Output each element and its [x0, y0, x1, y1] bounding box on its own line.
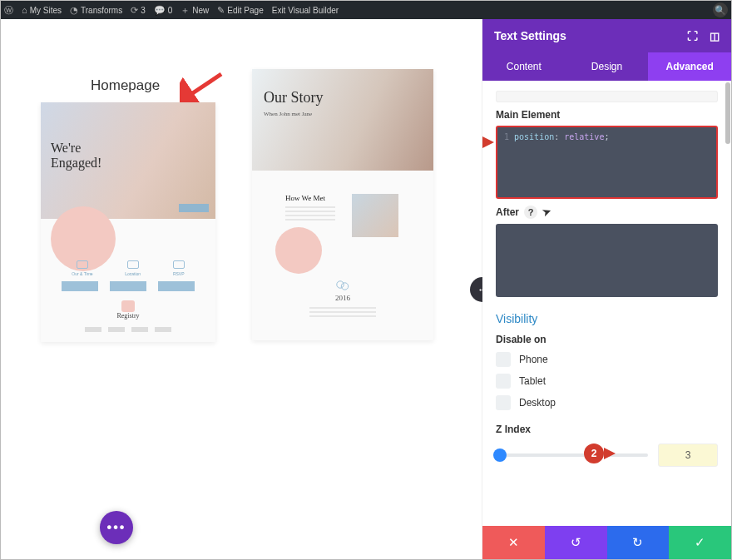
thumb2-year: 2016	[252, 294, 433, 302]
thumb2-howwemet: How We Met	[285, 194, 325, 202]
zindex-slider[interactable]	[496, 453, 648, 457]
dots-icon: •••	[107, 520, 126, 535]
exit-label: Exit Visual Builder	[272, 6, 339, 15]
after-label: After ? ➤	[496, 206, 718, 219]
disable-tablet-label: Tablet	[519, 375, 546, 387]
svg-point-1	[337, 281, 344, 288]
disable-phone-label: Phone	[519, 354, 548, 365]
redo-button[interactable]: ↻	[607, 526, 670, 559]
disable-on-label: Disable on	[496, 334, 718, 345]
comments[interactable]: 💬0	[154, 5, 173, 16]
after-css[interactable]	[496, 224, 718, 297]
disable-desktop-checkbox[interactable]	[496, 395, 511, 410]
updates-count: 3	[141, 6, 146, 15]
zindex-label: Z Index	[496, 424, 718, 435]
check-icon: ✓	[695, 535, 705, 550]
wordpress-icon: ⓦ	[4, 4, 13, 17]
sidebar-actions: ✕ ↺ ↻ ✓	[482, 526, 731, 559]
callout-1: 1	[482, 132, 494, 152]
callout-2: 2	[584, 444, 616, 463]
sidebar-header: Text Settings ⛶ ◫	[482, 19, 731, 52]
my-sites[interactable]: ⌂My Sites	[22, 5, 62, 15]
annotation-arrow	[180, 69, 226, 106]
settings-sidebar: ↔ Text Settings ⛶ ◫ Content Design Advan…	[482, 19, 731, 559]
main-element-css[interactable]: 1 1position: relative;	[496, 126, 718, 199]
home-icon: ⌂	[22, 5, 27, 15]
disable-tablet-checkbox[interactable]	[496, 374, 511, 389]
thumb1-hero-line1: We're	[51, 141, 81, 155]
thumb2-hero-title: Our Story	[264, 89, 324, 107]
transforms[interactable]: ◔Transforms	[70, 5, 122, 16]
thumb1-registry-label: Registry	[41, 312, 215, 320]
tab-advanced[interactable]: Advanced	[648, 52, 731, 81]
line-number: 1	[504, 132, 509, 141]
svg-point-2	[341, 283, 348, 290]
code-val: relative	[564, 132, 604, 141]
thumb1-registry-icon	[121, 300, 135, 312]
thumb1-icon1-label: Our & Time	[72, 271, 92, 276]
tab-content[interactable]: Content	[482, 52, 566, 81]
thumb1-btn1	[62, 281, 98, 291]
refresh-icon: ⟳	[131, 5, 138, 16]
thumb2-photo	[352, 194, 398, 237]
gauge-icon: ◔	[70, 5, 78, 16]
comment-icon: 💬	[154, 5, 166, 16]
cancel-button[interactable]: ✕	[482, 526, 545, 559]
thumb1-btn3	[158, 281, 195, 291]
sidebar-title: Text Settings	[494, 29, 566, 42]
help-icon[interactable]: ?	[524, 206, 537, 219]
thumb1-hero: We're Engaged!	[41, 102, 215, 219]
redo-icon: ↻	[632, 535, 643, 550]
search-icon: 🔍	[715, 5, 726, 16]
undo-button[interactable]: ↺	[545, 526, 607, 559]
expand-icon[interactable]: ⛶	[687, 30, 698, 42]
thumb2-hero-sub: When John met Jane	[264, 111, 312, 117]
canvas: Homepage We're Engaged!	[1, 19, 482, 559]
callout-2-num: 2	[584, 444, 604, 463]
layout-thumb-1[interactable]: We're Engaged! Our & Time Location RSVP	[41, 102, 215, 342]
cursor-icon: ➤	[541, 206, 552, 220]
thumb1-hero-line2: Engaged!	[51, 156, 101, 170]
thumb1-icon2-label: Location	[125, 271, 141, 276]
zindex-input[interactable]: 3	[658, 444, 718, 467]
thumb2-hero: Our Story When John met Jane	[252, 69, 433, 171]
thumb1-btn2	[110, 281, 146, 291]
thumb1-hero-button	[179, 204, 209, 212]
save-button[interactable]: ✓	[669, 526, 731, 559]
comments-count: 0	[168, 6, 173, 15]
thumb2-circle	[275, 227, 322, 274]
code-prop: position	[514, 132, 554, 141]
sidebar-tabs: Content Design Advanced	[482, 52, 731, 81]
disable-desktop-label: Desktop	[519, 397, 556, 409]
zindex-slider-thumb[interactable]	[494, 449, 506, 461]
updates[interactable]: ⟳3	[131, 5, 146, 16]
pencil-icon: ✎	[217, 5, 225, 16]
sidebar-body: Main Element 1 1position: relative; Afte…	[482, 81, 731, 526]
wp-logo[interactable]: ⓦ	[4, 4, 13, 17]
tab-design[interactable]: Design	[566, 52, 649, 81]
chat-icon	[336, 280, 349, 290]
disable-phone-checkbox[interactable]	[496, 352, 511, 367]
new-label: New	[192, 6, 209, 15]
edit-page[interactable]: ✎Edit Page	[217, 5, 263, 16]
visibility-title[interactable]: Visibility	[496, 312, 718, 325]
thumb1-icon3-label: RSVP	[173, 271, 185, 276]
divi-fab[interactable]: •••	[100, 511, 133, 544]
plus-icon: ＋	[181, 4, 190, 17]
main-element-label: Main Element	[496, 109, 718, 121]
after-label-text: After	[496, 206, 519, 218]
page-title: Homepage	[91, 77, 160, 94]
layout-thumb-2[interactable]: Our Story When John met Jane How We Met …	[252, 69, 433, 340]
my-sites-label: My Sites	[30, 6, 62, 15]
new[interactable]: ＋New	[181, 4, 209, 17]
close-icon: ✕	[508, 535, 519, 550]
before-codearea-collapsed[interactable]	[496, 91, 718, 102]
exit-visual-builder[interactable]: Exit Visual Builder	[272, 6, 339, 15]
admin-search[interactable]: 🔍	[713, 2, 728, 17]
snap-icon[interactable]: ◫	[710, 30, 720, 42]
edit-page-label: Edit Page	[227, 6, 263, 15]
undo-icon: ↺	[571, 535, 581, 550]
transforms-label: Transforms	[81, 6, 122, 15]
scrollbar[interactable]	[725, 82, 730, 144]
svg-line-0	[186, 74, 221, 97]
